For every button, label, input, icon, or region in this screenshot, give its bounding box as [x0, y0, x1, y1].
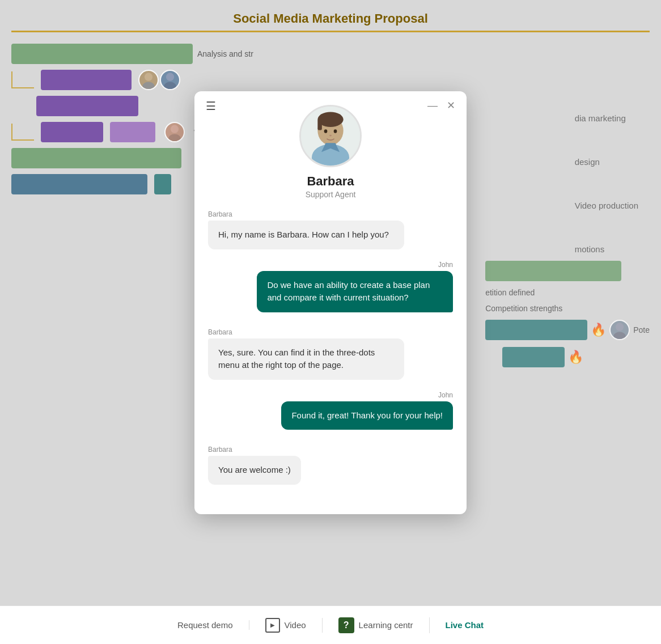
message-bubble: Yes, sure. You can find it in the three-… — [208, 338, 404, 380]
footer-item-livechat[interactable]: Live Chat — [430, 620, 500, 630]
question-icon: ? — [338, 617, 354, 633]
chat-header: ☰ — ✕ — [194, 91, 467, 210]
message-sender: Barbara — [208, 210, 453, 218]
agent-avatar — [299, 105, 362, 167]
message-group: Barbara Hi, my name is Barbara. How can … — [208, 210, 453, 249]
demo-label: Request demo — [177, 620, 233, 630]
svg-rect-13 — [317, 120, 322, 130]
message-bubble: Hi, my name is Barbara. How can I help y… — [208, 221, 404, 249]
message-bubble: Found it, great! Thank you for your help… — [281, 401, 453, 430]
message-bubble: You are welcome :) — [208, 456, 301, 485]
message-group: John Do we have an ability to create a b… — [208, 261, 453, 324]
chat-body: Barbara Hi, my name is Barbara. How can … — [194, 210, 467, 496]
menu-icon[interactable]: ☰ — [206, 100, 216, 112]
message-group: Barbara You are welcome :) — [208, 446, 453, 496]
message-group: John Found it, great! Thank you for your… — [208, 391, 453, 442]
message-sender: John — [438, 261, 453, 269]
chat-modal: ☰ — ✕ — [194, 91, 467, 514]
video-icon — [265, 618, 280, 633]
message-sender: John — [438, 391, 453, 399]
video-label: Video — [285, 620, 306, 630]
agent-avatar-img — [301, 105, 360, 167]
agent-name: Barbara — [307, 174, 354, 189]
close-button[interactable]: ✕ — [447, 100, 455, 111]
message-sender: Barbara — [208, 446, 453, 454]
footer-item-video[interactable]: Video — [249, 618, 323, 633]
bottom-bar: Request demo Video ? Learning centr Live… — [0, 605, 661, 644]
agent-title: Support Agent — [306, 190, 356, 199]
svg-point-15 — [334, 129, 337, 133]
chat-overlay: ☰ — ✕ — [0, 0, 661, 605]
svg-point-16 — [329, 135, 332, 137]
message-sender: Barbara — [208, 328, 453, 336]
message-group: Barbara Yes, sure. You can find it in th… — [208, 328, 453, 380]
chat-header-actions: — ✕ — [427, 100, 455, 111]
message-bubble: Do we have an ability to create a base p… — [257, 271, 453, 312]
livechat-label: Live Chat — [446, 620, 484, 630]
footer-item-learning[interactable]: ? Learning centr — [323, 617, 430, 633]
minimize-button[interactable]: — — [427, 100, 438, 111]
svg-point-14 — [324, 129, 328, 133]
learning-label: Learning centr — [359, 620, 413, 630]
footer-item-demo[interactable]: Request demo — [162, 620, 249, 630]
